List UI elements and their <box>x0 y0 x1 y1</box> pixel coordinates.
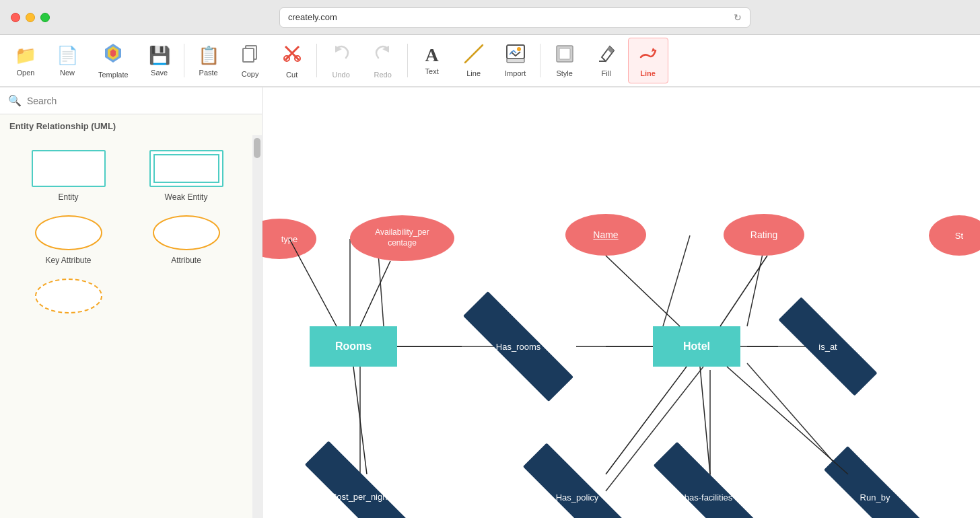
copy-label: Copy <box>242 70 259 78</box>
address-bar[interactable]: creately.com ↻ <box>279 7 750 28</box>
shape-item-attribute[interactable]: Attribute <box>127 207 245 270</box>
redo-label: Redo <box>374 71 391 79</box>
main-layout: 🔍 Entity Relationship (UML) Entity Weak … <box>0 87 980 518</box>
sidebar: 🔍 Entity Relationship (UML) Entity Weak … <box>0 87 262 518</box>
cut-label: Cut <box>286 71 298 79</box>
text-button[interactable]: A Text <box>412 38 452 83</box>
svg-line-39 <box>353 367 367 474</box>
open-button[interactable]: 📁 Open <box>5 38 46 83</box>
close-button[interactable] <box>11 13 20 22</box>
svg-line-38 <box>727 367 848 474</box>
derived-attribute-shape <box>35 279 102 313</box>
shapes-grid: Entity Weak Entity Key Attribute Attribu… <box>0 135 262 331</box>
svg-line-11 <box>465 45 483 63</box>
text-label: Text <box>425 67 439 75</box>
cut-button[interactable]: Cut <box>272 38 312 83</box>
new-button[interactable]: 📄 New <box>47 38 88 83</box>
paste-icon: 📋 <box>198 45 219 66</box>
shapes-scroll-wrapper: Entity Weak Entity Key Attribute Attribu… <box>0 135 262 518</box>
relationship-has-rooms[interactable]: Has_rooms <box>461 322 575 371</box>
save-icon: 💾 <box>149 45 170 66</box>
undo-label: Undo <box>332 71 349 79</box>
line2-button[interactable]: Line <box>628 38 668 83</box>
relationship-has-facilities[interactable]: has-facilities <box>653 474 764 518</box>
copy-button[interactable]: Copy <box>230 38 271 83</box>
weak-entity-label: Weak Entity <box>165 192 208 202</box>
open-icon: 📁 <box>15 45 36 66</box>
maximize-button[interactable] <box>40 13 50 22</box>
line2-label: Line <box>640 69 656 77</box>
svg-line-30 <box>360 261 390 326</box>
key-attribute-shape <box>35 215 102 250</box>
relationship-has-facilities-label: has-facilities <box>685 492 733 503</box>
relationship-is-at[interactable]: is_at <box>777 322 878 371</box>
shape-item-entity[interactable]: Entity <box>9 142 127 207</box>
relationship-is-at-label: is_at <box>818 342 837 352</box>
fill-button[interactable]: Fill <box>586 38 627 83</box>
separator-4 <box>540 44 540 77</box>
entity-hotel[interactable]: Hotel <box>653 326 740 367</box>
save-label: Save <box>151 69 168 77</box>
new-label: New <box>60 69 75 77</box>
connection-lines-overlay <box>262 87 980 518</box>
scroll-track[interactable] <box>252 135 262 518</box>
undo-button[interactable]: Undo <box>321 38 361 83</box>
attribute-rating-label: Rating <box>750 229 777 240</box>
fill-icon <box>596 44 617 67</box>
line-icon <box>464 44 484 67</box>
separator-3 <box>407 44 408 77</box>
relationship-cost[interactable]: Cost_per_night <box>303 474 417 518</box>
attribute-type[interactable]: type <box>262 219 316 259</box>
search-bar: 🔍 <box>0 87 262 114</box>
url-text: creately.com <box>288 12 337 22</box>
relationship-run-by[interactable]: Run_by <box>825 474 925 518</box>
entity-shape <box>32 150 106 187</box>
shape-item-key-attribute[interactable]: Key Attribute <box>9 207 127 270</box>
refresh-icon[interactable]: ↻ <box>734 12 742 23</box>
template-button[interactable]: Template <box>89 38 138 83</box>
toolbar: 📁 Open 📄 New Template 💾 Save 📋 Paste <box>0 35 980 87</box>
line-label: Line <box>466 69 481 77</box>
attribute-availability[interactable]: Availability_percentage <box>350 215 454 261</box>
template-icon <box>102 42 124 68</box>
svg-line-37 <box>700 367 710 474</box>
open-label: Open <box>17 69 35 77</box>
shape-item-derived-attribute[interactable] <box>9 270 127 324</box>
relationship-has-policy[interactable]: Has_policy <box>522 474 633 518</box>
search-input[interactable] <box>27 96 254 106</box>
import-button[interactable]: Import <box>495 38 536 83</box>
weak-entity-shape <box>149 150 223 187</box>
paste-button[interactable]: 📋 Paste <box>188 38 229 83</box>
attribute-status-label: St <box>955 231 963 241</box>
copy-icon <box>240 43 260 67</box>
line-button[interactable]: Line <box>454 38 494 83</box>
cut-icon <box>282 43 302 68</box>
redo-button[interactable]: Redo <box>363 38 403 83</box>
attribute-shape <box>153 215 220 250</box>
minimize-button[interactable] <box>26 13 35 22</box>
redo-icon <box>373 43 393 68</box>
svg-rect-13 <box>507 59 524 63</box>
key-attribute-label: Key Attribute <box>45 256 91 265</box>
entity-hotel-label: Hotel <box>683 340 710 353</box>
shape-item-weak-entity[interactable]: Weak Entity <box>127 142 245 207</box>
entity-rooms-label: Rooms <box>335 340 372 353</box>
relationship-has-policy-label: Has_policy <box>556 492 599 503</box>
attribute-status-partial[interactable]: St <box>929 215 980 256</box>
paste-label: Paste <box>199 69 218 77</box>
relationship-cost-label: Cost_per_night <box>330 492 390 502</box>
style-button[interactable]: Style <box>545 38 585 83</box>
fill-label: Fill <box>602 69 611 77</box>
traffic-lights <box>11 13 50 22</box>
titlebar: creately.com ↻ <box>0 0 980 35</box>
entity-rooms[interactable]: Rooms <box>310 326 397 367</box>
canvas[interactable]: type Availability_percentage Name Rating… <box>262 87 980 518</box>
save-button[interactable]: 💾 Save <box>139 38 180 83</box>
attribute-name[interactable]: Name <box>565 214 646 256</box>
scroll-thumb <box>254 138 260 158</box>
text-icon: A <box>425 46 439 65</box>
attribute-rating[interactable]: Rating <box>724 214 804 256</box>
separator-2 <box>316 44 317 77</box>
style-label: Style <box>556 69 572 77</box>
svg-point-14 <box>517 47 521 51</box>
